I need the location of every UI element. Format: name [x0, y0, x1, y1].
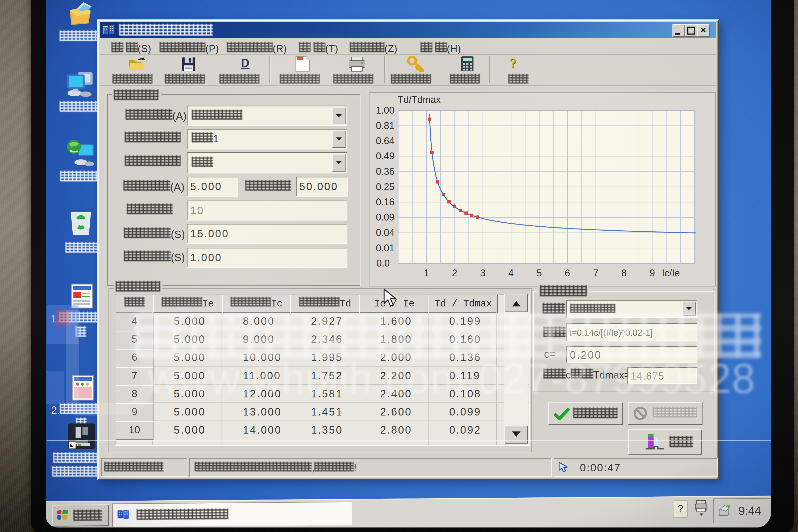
svg-text:0.49: 0.49	[376, 151, 395, 162]
svg-text:6: 6	[565, 268, 570, 279]
svg-text:0.0: 0.0	[376, 258, 390, 269]
svg-text:0.04: 0.04	[376, 227, 395, 238]
svg-text:0.36: 0.36	[376, 166, 395, 177]
svg-text:2: 2	[452, 268, 457, 279]
svg-text:0.09: 0.09	[376, 212, 395, 223]
svg-text:7: 7	[593, 268, 598, 279]
svg-text:1: 1	[424, 268, 429, 279]
svg-text:0.64: 0.64	[376, 135, 395, 146]
svg-text:0.16: 0.16	[376, 196, 395, 208]
svg-text:0.81: 0.81	[376, 120, 395, 131]
svg-text:0.01: 0.01	[376, 243, 395, 253]
svg-text:8: 8	[621, 268, 627, 279]
svg-text:3: 3	[480, 268, 486, 279]
svg-text:9: 9	[650, 268, 655, 279]
svg-text:4: 4	[508, 268, 514, 279]
svg-text:0.25: 0.25	[376, 182, 395, 192]
svg-text:5: 5	[536, 268, 542, 279]
svg-text:Ic/Ie: Ic/Ie	[662, 268, 680, 279]
